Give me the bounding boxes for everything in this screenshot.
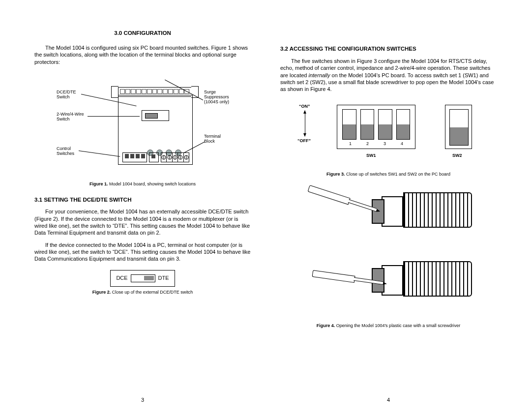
pcb-outline	[118, 95, 193, 165]
dce-label: DCE	[116, 274, 127, 281]
section-heading: 3.0 CONFIGURATION	[34, 30, 251, 37]
on-label: “ON”	[299, 104, 310, 110]
sw2-icon	[149, 152, 159, 162]
subsection-heading: 3.2 ACCESSING THE CONFIGURATION SWITCHES	[280, 45, 497, 53]
page-4: 3.2 ACCESSING THE CONFIGURATION SWITCHES…	[280, 30, 497, 329]
terminal-block-icon	[161, 152, 189, 162]
label-control: Control Switches	[57, 147, 74, 156]
ribbed-case-icon	[403, 192, 472, 228]
dte-label: DTE	[158, 274, 169, 281]
figure-3: “ON” “OFF” 1234 SW1 SW2	[280, 100, 497, 169]
figure-4-caption: Figure 4. Opening the Model 1004's plast…	[280, 323, 497, 329]
case-body-icon	[382, 265, 403, 296]
figure-4	[280, 182, 497, 320]
control-switches-icon	[122, 152, 147, 162]
screwdriver-icon	[309, 187, 370, 208]
label-2wire: 2-Wire/4-Wire Switch	[57, 112, 84, 122]
figure-2: DCE DTE	[34, 270, 251, 287]
page-3: 3.0 CONFIGURATION The Model 1004 is conf…	[34, 30, 251, 295]
paragraph: The five switches shown in Figure 3 conf…	[280, 58, 497, 92]
arrow-updown-icon	[305, 111, 305, 136]
sw2-dip-icon	[445, 105, 472, 149]
label-terminal: Terminal Block	[204, 134, 221, 144]
off-label: “OFF”	[297, 138, 311, 144]
case-body-icon	[382, 196, 403, 227]
slide-switch-icon	[131, 274, 155, 282]
ribbed-case-icon	[403, 261, 472, 297]
sw2-label: SW2	[452, 153, 462, 159]
figure-1: DCE/DTE Switch 2-Wire/4-Wire Switch Cont…	[34, 70, 251, 179]
dce-dte-switch-icon	[142, 110, 169, 121]
figure-2-caption: Figure 2. Close up of the external DCE/D…	[34, 290, 251, 296]
sw1-numbers: 1234	[342, 141, 411, 147]
figure-1-caption: Figure 1. Model 1004 board, showing swit…	[34, 181, 251, 187]
page-number-right: 4	[280, 397, 497, 403]
subsection-heading: 3.1 SETTING THE DCE/DTE SWITCH	[34, 196, 251, 204]
paragraph: For your convenience, the Model 1004 has…	[34, 208, 251, 236]
label-surge: Surge Suppressors (1004S only)	[204, 90, 229, 105]
page-number-left: 3	[34, 397, 251, 403]
figure-3-caption: Figure 3. Close up of switches SW1 and S…	[280, 172, 497, 178]
leader-line	[88, 116, 140, 117]
screwdriver-icon	[313, 272, 376, 282]
label-dce-dte: DCE/DTE Switch	[57, 90, 76, 100]
leader-line	[79, 150, 120, 157]
paragraph: The Model 1004 is configured using six P…	[34, 44, 251, 65]
sw1-label: SW1	[366, 153, 376, 159]
paragraph: If the device connected to the Model 100…	[34, 241, 251, 263]
